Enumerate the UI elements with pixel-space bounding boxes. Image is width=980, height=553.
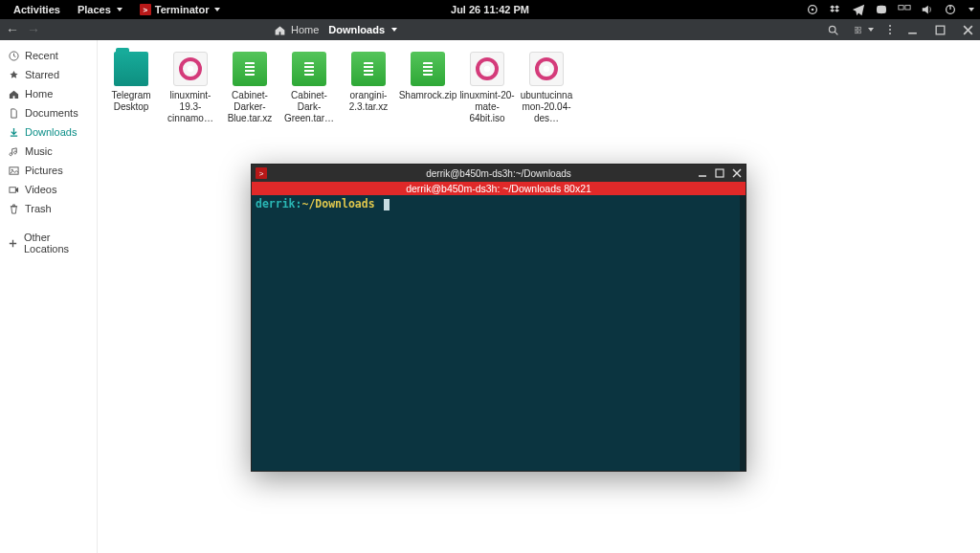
terminal-titlebar[interactable]: > derrik@b450m-ds3h:~/Downloads <box>252 165 746 182</box>
gnome-top-bar: Activities Places > Terminator Jul 26 11… <box>0 0 980 19</box>
file-item[interactable]: ubuntucinnamon-20.04-des… <box>517 52 576 124</box>
plus-icon <box>8 237 18 249</box>
chevron-down-icon[interactable] <box>969 8 974 11</box>
tray-icon-1[interactable] <box>806 3 819 16</box>
archive-icon <box>292 52 326 86</box>
download-icon <box>8 126 19 138</box>
svg-rect-9 <box>858 27 861 30</box>
home-icon <box>274 24 286 36</box>
videos-icon <box>8 184 19 195</box>
svg-rect-10 <box>855 31 858 33</box>
file-name: linuxmint-20-mate-64bit.iso <box>457 90 517 124</box>
sidebar-documents[interactable]: Documents <box>0 103 97 122</box>
archive-icon <box>411 52 445 86</box>
prompt-user: derrik: <box>256 197 301 210</box>
file-name: Cabinet-Darker-Blue.tar.xz <box>220 90 279 124</box>
file-name: orangini-2.3.tar.xz <box>339 90 398 113</box>
file-item[interactable]: Cabinet-Darker-Blue.tar.xz <box>220 52 279 124</box>
sidebar-recent[interactable]: Recent <box>0 46 97 65</box>
volume-icon[interactable] <box>921 3 934 16</box>
svg-line-7 <box>835 32 837 34</box>
sidebar-other-locations[interactable]: Other Locations <box>0 228 97 258</box>
file-name: Cabinet-Dark-Green.tar… <box>279 90 339 124</box>
archive-icon <box>233 52 267 86</box>
svg-point-1 <box>812 9 814 11</box>
path-home[interactable]: Home <box>274 24 319 36</box>
file-name: Telegram Desktop <box>101 90 161 113</box>
terminator-window[interactable]: > derrik@b450m-ds3h:~/Downloads derrik@b… <box>251 164 746 472</box>
svg-rect-8 <box>855 27 858 30</box>
sidebar-pictures[interactable]: Pictures <box>0 161 97 180</box>
file-item[interactable]: linuxmint-20-mate-64bit.iso <box>457 52 517 124</box>
close-icon[interactable] <box>732 168 742 178</box>
svg-rect-13 <box>936 26 945 34</box>
clock-icon <box>8 50 19 61</box>
chevron-down-icon <box>391 28 397 32</box>
terminal-tab-label[interactable]: derrik@b450m-ds3h: ~/Downloads 80x21 <box>252 182 746 195</box>
terminal-prompt: derrik:~/Downloads <box>256 197 382 210</box>
sidebar-home[interactable]: Home <box>0 84 97 103</box>
terminal-body[interactable]: derrik:~/Downloads <box>252 195 746 471</box>
path-bar: Home Downloads <box>274 24 397 36</box>
file-item[interactable]: orangini-2.3.tar.xz <box>339 52 398 124</box>
sidebar-videos[interactable]: Videos <box>0 180 97 199</box>
hamburger-menu-icon[interactable] <box>889 25 891 34</box>
chevron-down-icon <box>214 8 220 11</box>
active-app-menu[interactable]: > Terminator <box>132 4 229 15</box>
maximize-icon[interactable] <box>934 24 947 36</box>
trash-icon <box>8 203 19 214</box>
sidebar-music[interactable]: Music <box>0 142 97 161</box>
nav-back-button[interactable]: ← <box>6 22 19 37</box>
view-toggle-icon[interactable] <box>855 24 874 36</box>
clock[interactable]: Jul 26 11:42 PM <box>451 4 529 15</box>
terminator-icon: > <box>140 4 151 15</box>
close-icon[interactable] <box>962 24 974 36</box>
file-item[interactable]: Shamrock.zip <box>398 52 457 124</box>
music-icon <box>8 145 19 157</box>
file-item[interactable]: linuxmint-19.3-cinnamo… <box>161 52 220 124</box>
files-toolbar: ← → Home Downloads <box>0 19 980 40</box>
minimize-icon[interactable] <box>906 24 919 36</box>
chevron-down-icon <box>117 8 122 11</box>
pictures-icon <box>8 165 19 176</box>
svg-rect-2 <box>899 6 903 10</box>
path-downloads[interactable]: Downloads <box>328 24 397 35</box>
folder-icon <box>114 52 148 86</box>
discord-icon[interactable] <box>875 3 888 16</box>
prompt-path: ~/Downloads <box>301 197 374 210</box>
telegram-icon[interactable] <box>852 3 865 16</box>
file-item[interactable]: Telegram Desktop <box>101 52 161 124</box>
svg-rect-3 <box>905 6 910 10</box>
file-name: Shamrock.zip <box>398 90 457 101</box>
minimize-icon[interactable] <box>698 168 707 178</box>
iso-icon <box>529 52 564 86</box>
activities-button[interactable]: Activities <box>6 4 68 15</box>
sidebar-starred[interactable]: Starred <box>0 65 97 84</box>
search-icon[interactable] <box>827 24 839 36</box>
workspace-icon[interactable] <box>898 3 911 16</box>
documents-icon <box>8 107 19 119</box>
file-item[interactable]: Cabinet-Dark-Green.tar… <box>279 52 339 124</box>
places-menu[interactable]: Places <box>70 4 130 15</box>
terminal-scrollbar[interactable] <box>740 195 746 471</box>
terminator-icon: > <box>256 167 267 179</box>
sidebar-downloads[interactable]: Downloads <box>0 122 97 142</box>
iso-icon <box>173 52 208 86</box>
archive-icon <box>351 52 386 86</box>
active-app-label: Terminator <box>155 4 210 15</box>
maximize-icon[interactable] <box>715 168 724 178</box>
files-sidebar: Recent Starred Home Documents Downloads … <box>0 40 98 553</box>
power-icon[interactable] <box>944 3 957 16</box>
places-label: Places <box>78 4 111 15</box>
star-icon <box>8 69 19 80</box>
dropbox-icon[interactable] <box>829 3 842 16</box>
sidebar-trash[interactable]: Trash <box>0 199 97 218</box>
terminal-title: derrik@b450m-ds3h:~/Downloads <box>426 168 571 179</box>
status-tray <box>806 3 974 16</box>
svg-rect-11 <box>858 31 861 33</box>
file-name: linuxmint-19.3-cinnamo… <box>161 90 220 124</box>
iso-icon <box>470 52 504 86</box>
home-icon <box>8 88 19 100</box>
svg-rect-21 <box>716 169 724 177</box>
file-name: ubuntucinnamon-20.04-des… <box>517 90 576 124</box>
